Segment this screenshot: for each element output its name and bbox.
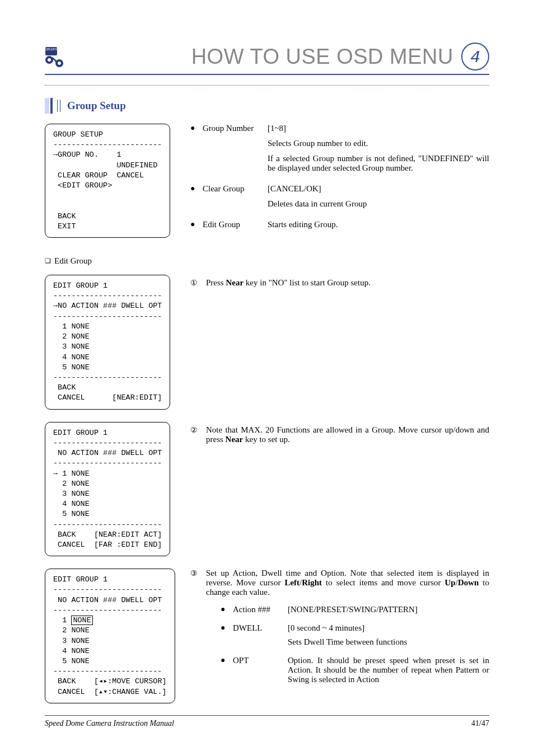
step3-parameters: ● Action ### [NONE/PRESET/SWING/PATTERN]…: [221, 605, 489, 689]
header-divider: [45, 85, 489, 86]
footer-doc-title: Speed Dome Camera Instruction Manual: [45, 719, 174, 728]
page-title: HOW TO USE OSD MENU: [191, 45, 453, 69]
step-number: ①: [190, 278, 206, 291]
svg-point-5: [58, 62, 61, 65]
osd-edit-group-3: EDIT GROUP 1 ------------------------ NO…: [45, 569, 175, 703]
group-8-icon: GROUP 8: [45, 45, 67, 68]
step-number: ③: [190, 569, 206, 693]
step-number: ②: [190, 425, 206, 448]
osd-edit-group-2: EDIT GROUP 1 ------------------------ NO…: [45, 422, 170, 557]
osd-group-setup: GROUP SETUP ------------------------ →GR…: [45, 124, 170, 238]
square-bullet-icon: ❏: [45, 257, 51, 265]
footer-page-number: 41/47: [471, 719, 489, 728]
edit-group-subheading: ❏Edit Group: [45, 256, 489, 266]
osd-edit-group-1: EDIT GROUP 1 ------------------------ →N…: [45, 275, 170, 410]
section-heading: Group Setup: [45, 98, 489, 114]
svg-point-3: [48, 58, 51, 62]
group-setup-description: ● Group Number [1~8] Selects Group numbe…: [190, 124, 489, 241]
chapter-number-badge: 4: [461, 43, 489, 71]
page-footer: Speed Dome Camera Instruction Manual 41/…: [45, 715, 489, 728]
page-header: GROUP 8 HOW TO USE OSD MENU 4: [45, 43, 489, 75]
svg-text:GROUP 8: GROUP 8: [45, 48, 57, 51]
